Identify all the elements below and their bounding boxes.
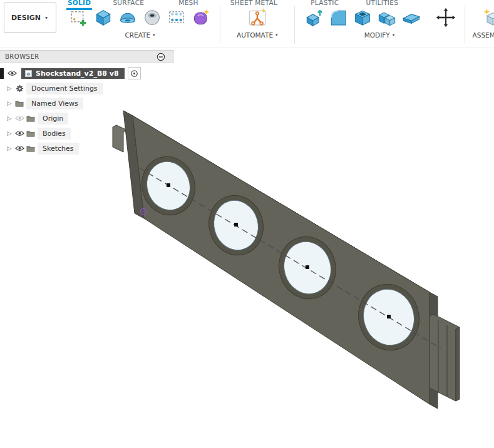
create-menu-label: CREATE [125,31,150,39]
tab-solid[interactable]: SOLID [66,0,92,10]
activate-component-radio[interactable] [128,67,141,79]
target-dot-icon [130,69,138,78]
chevron-down-icon: ▾ [153,33,155,38]
fillet-icon [328,8,348,28]
extrude-icon [93,8,113,28]
hole-icon [142,8,162,28]
ribbon-tab-bar: SOLID SURFACE MESH SHEET METAL PLASTIC U… [66,0,399,10]
gear-icon [16,84,24,93]
pattern-icon [167,8,187,28]
visibility-toggle[interactable] [14,145,25,151]
tree-row-origin[interactable]: ▷ Origin [0,111,174,126]
combine-icon [377,8,397,28]
folder-slot [25,115,36,122]
group-modify: MODIFY ▾ [294,6,465,44]
revolve-icon [118,8,138,28]
tree-item-label[interactable]: Bodies [38,128,71,140]
group-automate: AUTOMATE ▾ [220,6,294,44]
tab-plastic[interactable]: PLASTIC [309,0,340,8]
tab-mesh[interactable]: MESH [177,0,199,8]
folder-icon [26,115,35,122]
tree-item-label[interactable]: Sketches [38,143,79,155]
expand-arrow-icon[interactable]: ▷ [5,85,14,91]
move-copy-button[interactable] [435,6,457,29]
chevron-down-icon: ▾ [275,33,278,38]
press-pull-icon [304,8,324,28]
automate-menu-label: AUTOMATE [237,31,273,39]
root-component-chip[interactable]: Shockstand_v2_B8 v8 [21,68,125,79]
create-sketch-icon [69,8,89,28]
automate-icon [247,8,267,28]
visibility-toggle[interactable] [14,130,25,136]
create-form-icon [191,8,211,28]
shell-icon [352,8,373,28]
folder-slot [25,130,36,137]
eye-hidden-icon [15,115,24,121]
tree-item-label[interactable]: Origin [38,113,68,125]
create-menu[interactable]: CREATE ▾ [125,31,155,39]
modify-menu[interactable]: MODIFY ▾ [364,31,394,39]
folder-icon [26,130,35,137]
plate-right-tab[interactable] [430,314,460,401]
collapse-panel-icon[interactable] [157,53,165,61]
tree-item-label[interactable]: Named Views [26,98,83,109]
group-create: CREATE ▾ [60,6,220,44]
expand-arrow-icon[interactable]: ▷ [5,130,14,136]
modify-menu-label: MODIFY [364,31,390,39]
tab-surface[interactable]: SURFACE [111,0,145,8]
root-component-label: Shockstand_v2_B8 v8 [36,69,119,78]
offset-face-button[interactable] [400,6,423,29]
tab-utilities[interactable]: UTILITIES [364,0,399,8]
group-assemble: ASSEMBLE ▾ [465,6,494,44]
folder-slot [14,100,25,107]
visibility-toggle[interactable] [14,115,25,121]
folder-icon [26,145,35,152]
tree-item-label[interactable]: Document Settings [26,83,103,94]
tree-row-root-component[interactable]: Shockstand_v2_B8 v8 [0,66,174,81]
tab-sheet-metal[interactable]: SHEET METAL [229,0,279,8]
workspace-label: DESIGN [11,14,41,22]
new-component-button[interactable] [481,6,494,29]
tree-row-sketches[interactable]: ▷ Sketches [0,141,174,156]
expand-arrow-icon[interactable]: ▷ [5,145,14,151]
offset-face-icon [401,8,421,28]
settings-slot [14,84,25,93]
tree-row-bodies[interactable]: ▷ Bodies [0,126,174,141]
browser-panel: BROWSER Shockstand_v [0,50,174,156]
assemble-menu[interactable]: ASSEMBLE ▾ [473,31,494,39]
browser-tree: Shockstand_v2_B8 v8 ▷ [0,66,174,156]
expand-arrow-icon[interactable]: ▷ [5,100,14,106]
assemble-menu-label: ASSEMBLE [473,31,494,39]
ribbon-groups: CREATE ▾ AUTOMATE ▾ MODIFY [60,6,494,44]
automate-menu[interactable]: AUTOMATE ▾ [237,31,278,39]
tree-row-named-views[interactable]: ▷ Named Views [0,96,174,111]
visibility-toggle[interactable] [6,70,18,76]
browser-panel-title: BROWSER [5,53,39,60]
folder-slot [25,145,36,152]
eye-icon [15,145,24,151]
workspace-switcher[interactable]: DESIGN ▾ [4,3,56,33]
browser-root-grip [0,68,4,79]
chevron-down-icon: ▾ [393,33,395,38]
browser-panel-header: BROWSER [0,50,174,63]
eye-icon [15,130,24,136]
new-component-icon [482,8,494,28]
folder-icon [15,100,24,107]
eye-icon [8,70,17,76]
tree-row-document-settings[interactable]: ▷ Document Settings [0,81,174,96]
move-icon [436,8,456,28]
component-document-icon [24,69,33,78]
chevron-down-icon: ▾ [45,15,48,21]
ribbon-toolbar: DESIGN ▾ SOLID SURFACE MESH SHEET METAL … [0,0,494,48]
expand-arrow-icon[interactable]: ▷ [5,115,14,121]
